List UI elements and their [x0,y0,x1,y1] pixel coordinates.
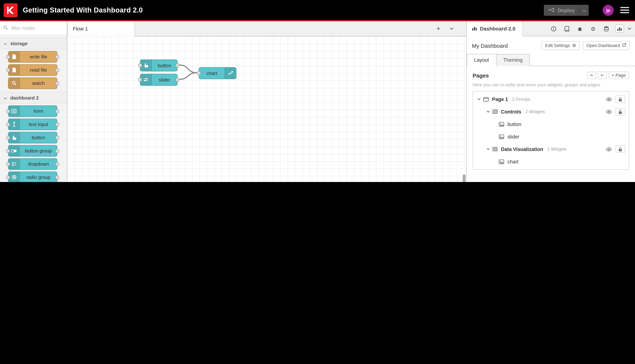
node-red-logo [4,3,18,17]
palette-search [0,21,67,35]
tree-row-widget-slider[interactable]: slider [473,130,629,143]
chevron-down-icon[interactable] [477,98,481,100]
tab-layout[interactable]: Layout [467,54,496,66]
node-label: read file [20,65,57,75]
dashboard-sidebar-panel: My Dashboard Edit Settings ⚙ Open Dashbo… [467,36,635,182]
info-icon[interactable] [549,24,558,33]
radio-icon [9,172,20,182]
palette-node-button[interactable]: button [8,132,57,143]
node-label: button group [20,146,57,156]
wire-button-to-chart[interactable] [179,65,197,73]
tab-theming[interactable]: Theming [496,54,530,66]
widget-image-icon [499,134,504,139]
category-label: storage [10,40,28,46]
tree-row-controls [606,96,625,103]
flow-workspace[interactable]: button slider chart [67,36,466,182]
node-input-port [6,162,10,166]
pages-section: Pages + Page Here you can re-order and m… [467,66,635,175]
deploy-button-group: Deploy [544,4,589,16]
node-input-port[interactable] [138,78,142,82]
node-output-port [56,55,59,58]
palette-node-form[interactable]: form [8,106,57,117]
open-dashboard-button[interactable]: Open Dashboard [583,41,630,50]
sidebar-tool-icons: ⚙ [549,21,626,36]
palette-node-button-group[interactable]: button group [8,145,57,156]
flow-list-button[interactable] [447,24,456,33]
chevron-down-icon [4,40,7,46]
palette-category-dashboard-2[interactable]: dashboard 2 [0,92,67,104]
add-flow-button[interactable]: + [434,24,443,33]
tree-row-widget-chart[interactable]: chart [473,155,629,168]
file-icon [9,65,20,75]
expand-pages-button[interactable] [598,72,606,79]
node-label: chart [199,68,225,78]
dashboard-sidebar-icon[interactable] [615,24,624,33]
add-page-button[interactable]: + Page [608,72,629,79]
tree-row-group-data-visualization[interactable]: Data Visualization 1 Widgets [473,143,629,155]
sidebar-tab-label: Dashboard 2.0 [480,26,515,32]
gear-icon: ⚙ [572,43,576,48]
palette-node-dropdown[interactable]: dropdown [8,158,57,170]
flow-node-chart[interactable]: chart [199,67,236,79]
flow-node-slider[interactable]: slider [140,74,178,86]
node-input-port[interactable] [197,71,201,75]
tree-item-label: Controls [501,109,521,114]
unlock-icon[interactable] [615,96,625,103]
context-data-icon[interactable] [602,24,611,33]
debug-bug-icon[interactable] [575,24,584,33]
node-label: dropdown [20,159,57,169]
tree-row-group-controls[interactable]: Controls 2 Widgets [473,106,629,118]
sidebar-menu-button[interactable] [626,21,635,36]
palette-node-read-file[interactable]: read file [8,64,57,76]
workspace-tab-flow-1[interactable]: Flow 1 [67,21,135,36]
chevron-down-icon[interactable] [486,110,490,113]
palette-node-radio-group[interactable]: radio group [8,172,57,182]
app-header: Getting Started With Dashboard 2.0 Deplo… [0,0,635,21]
help-book-icon[interactable] [562,24,571,33]
workspace-tab-label: Flow 1 [73,26,88,32]
tree-row-page-1[interactable]: Page 1 2 Groups [473,93,629,106]
text-cursor-icon [9,119,20,130]
tree-row-widget-button[interactable]: button [473,118,629,130]
unlock-icon[interactable] [615,146,625,153]
node-output-port [56,149,59,152]
deploy-options-button[interactable] [579,4,589,16]
eye-icon[interactable] [606,97,612,101]
edit-settings-label: Edit Settings [545,43,570,48]
chevron-down-icon[interactable] [486,148,490,150]
main-menu-button[interactable] [620,7,629,13]
user-avatar[interactable]: jp [603,4,614,16]
node-output-port [56,162,59,166]
eye-icon[interactable] [606,147,612,151]
dashboard-actions: Edit Settings ⚙ Open Dashboard [541,41,630,50]
unlock-icon[interactable] [615,108,625,115]
node-red-editor: Getting Started With Dashboard 2.0 Deplo… [0,0,635,182]
gear-icon[interactable]: ⚙ [589,24,597,33]
node-input-port[interactable] [138,64,142,67]
palette-node-text-input[interactable]: text input [8,119,57,130]
node-input-port [6,122,10,126]
sidebar-tab-dashboard[interactable]: Dashboard 2.0 [467,21,523,36]
palette-node-write-file[interactable]: write file [8,51,57,62]
palette-node-watch[interactable]: watch [8,78,57,89]
external-link-icon [622,43,626,48]
tree-item-label: slider [507,134,519,140]
deploy-label: Deploy [558,7,575,13]
edit-settings-button[interactable]: Edit Settings ⚙ [541,41,580,50]
palette-category-storage[interactable]: storage [0,38,67,49]
wires-layer [67,36,466,182]
node-label: write file [20,52,57,62]
node-input-port [6,149,10,152]
flow-node-button[interactable]: button [140,60,178,71]
tree-row-controls [606,108,625,115]
palette-filter-input[interactable] [11,25,64,31]
hand-pointer-icon [9,132,20,143]
collapse-pages-button[interactable] [587,72,596,79]
canvas-vertical-scrollbar[interactable] [463,174,466,182]
eye-icon[interactable] [606,110,612,114]
node-output-port [56,176,59,179]
node-output-port[interactable] [176,64,179,67]
wire-slider-to-chart[interactable] [179,73,197,79]
deploy-button[interactable]: Deploy [544,4,579,16]
node-output-port[interactable] [176,78,179,82]
